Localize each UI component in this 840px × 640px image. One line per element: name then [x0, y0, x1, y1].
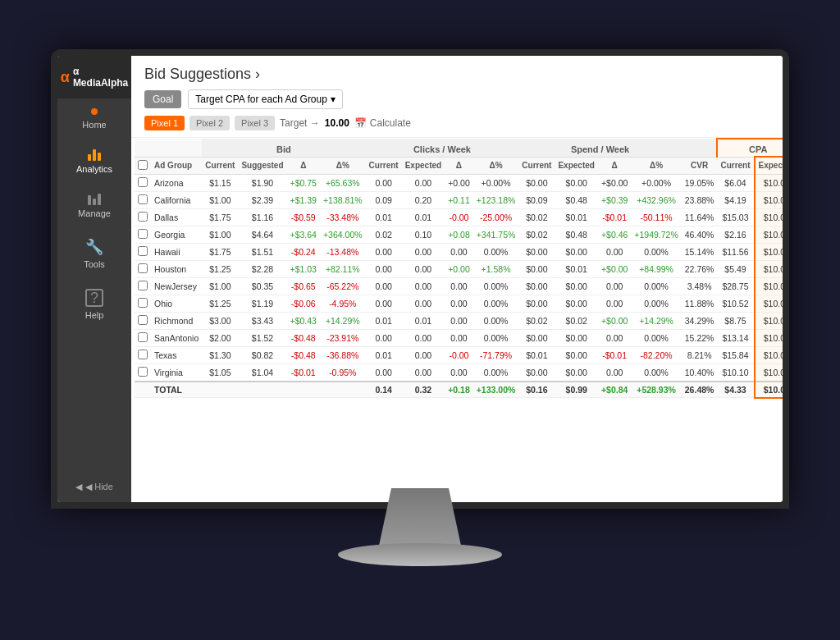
row-checkbox-cell	[135, 363, 151, 382]
row-adgroup: Texas	[151, 346, 202, 363]
th-check	[135, 157, 151, 174]
row-clk-delta: 0.00	[445, 243, 473, 260]
row-adgroup: NewJersey	[151, 277, 202, 295]
row-bid-delta: -$0.01	[287, 363, 320, 382]
total-bid-d	[287, 382, 320, 398]
total-clk-exp: 0.32	[402, 382, 445, 398]
row-checkbox[interactable]	[138, 281, 148, 290]
total-cvr: 26.48%	[682, 382, 718, 398]
row-cvr: 10.40%	[682, 363, 718, 382]
th-bid-deltapct: Δ%	[320, 157, 366, 174]
sidebar-item-tools[interactable]: 🔧 Tools	[57, 228, 131, 279]
row-bid-deltapct: -36.88%	[320, 346, 366, 363]
row-checkbox[interactable]	[138, 332, 148, 342]
row-sp-expected: $0.02	[555, 312, 597, 329]
row-cvr: 11.64%	[682, 208, 718, 226]
row-checkbox[interactable]	[138, 246, 148, 256]
row-sp-deltapct: -50.11%	[631, 208, 681, 226]
row-bid-suggested: $3.43	[238, 312, 286, 329]
select-all-checkbox[interactable]	[138, 160, 148, 170]
row-checkbox[interactable]	[138, 315, 148, 325]
row-cpa-expected: $10.00	[755, 260, 783, 277]
table-row: Richmond $3.00 $3.43 +$0.43 +14.29% 0.01…	[135, 312, 783, 329]
row-checkbox[interactable]	[138, 298, 148, 308]
row-checkbox[interactable]	[138, 194, 148, 204]
pixel-2-button[interactable]: Pixel 2	[189, 116, 230, 130]
goal-dropdown[interactable]: Target CPA for each Ad Group ▾	[188, 89, 343, 109]
row-sp-deltapct: +1949.72%	[631, 226, 681, 243]
total-clk-dp: +133.00%	[473, 382, 519, 398]
goal-dropdown-value: Target CPA for each Ad Group	[195, 94, 327, 105]
row-adgroup: Ohio	[151, 295, 202, 312]
th-sp-delta: Δ	[598, 157, 631, 174]
row-clk-expected: 0.00	[402, 329, 445, 346]
row-cpa-expected: $10.00	[755, 208, 783, 226]
th-clk-current: Current	[366, 157, 402, 174]
row-clk-current: 0.09	[366, 191, 402, 208]
row-adgroup: Dallas	[151, 208, 202, 226]
th-bid-delta: Δ	[287, 157, 320, 174]
th-cvr: CVR	[682, 157, 718, 174]
row-adgroup: California	[151, 191, 202, 208]
row-checkbox[interactable]	[138, 350, 148, 359]
row-bid-suggested: $0.82	[238, 346, 286, 363]
sidebar-item-home-label: Home	[82, 120, 106, 130]
row-clk-deltapct: -71.79%	[473, 346, 519, 363]
row-clk-expected: 0.20	[402, 191, 445, 208]
sidebar-item-analytics[interactable]: Analytics	[57, 139, 131, 184]
row-bid-current: $1.15	[202, 174, 238, 191]
row-sp-current: $0.00	[518, 260, 555, 277]
row-cpa-current: $2.16	[717, 226, 754, 243]
row-checkbox[interactable]	[138, 263, 148, 273]
hide-button[interactable]: ◀ ◀ Hide	[57, 472, 131, 502]
sidebar-item-help[interactable]: ? Help	[57, 279, 131, 330]
row-adgroup: Georgia	[151, 226, 202, 243]
row-clk-expected: 0.10	[402, 226, 445, 243]
row-checkbox[interactable]	[138, 367, 148, 377]
row-bid-current: $1.00	[202, 191, 238, 208]
row-clk-delta: -0.00	[445, 346, 473, 363]
pixel-row: Pixel 1 Pixel 2 Pixel 3 Target → 10.00 📅…	[144, 116, 769, 130]
sidebar-item-home[interactable]: Home	[57, 98, 131, 139]
monitor-stand	[379, 488, 461, 546]
row-bid-delta: -$0.59	[287, 208, 320, 226]
row-sp-delta: 0.00	[598, 277, 631, 295]
row-bid-current: $1.00	[202, 277, 238, 295]
row-sp-current: $0.00	[518, 295, 555, 312]
row-bid-current: $2.00	[202, 329, 238, 346]
row-checkbox-cell	[135, 208, 151, 226]
row-cvr: 3.48%	[682, 277, 718, 295]
th-bid-current: Current	[202, 157, 238, 174]
row-checkbox[interactable]	[138, 212, 148, 222]
table-container: Bid Clicks / Week Spend / Week CPA Ad Gr…	[131, 138, 783, 502]
total-sp-d: +$0.84	[598, 382, 631, 398]
logo-area: α α MediaAlpha	[57, 56, 131, 98]
row-clk-expected: 0.01	[402, 208, 445, 226]
row-checkbox[interactable]	[138, 177, 148, 187]
th-bid-suggested: Suggested	[238, 157, 286, 174]
row-bid-suggested: $2.28	[238, 260, 286, 277]
row-sp-deltapct: 0.00%	[631, 329, 681, 346]
sidebar-item-manage[interactable]: Manage	[57, 184, 131, 228]
pixel-3-button[interactable]: Pixel 3	[235, 116, 275, 130]
pixel-1-button[interactable]: Pixel 1	[144, 116, 185, 130]
row-bid-deltapct: -13.48%	[320, 243, 366, 260]
row-bid-deltapct: +14.29%	[320, 312, 366, 329]
row-cpa-expected: $10.00	[755, 346, 783, 363]
total-sp-exp: $0.99	[555, 382, 597, 398]
row-checkbox[interactable]	[138, 229, 148, 239]
row-clk-delta: +0.00	[445, 260, 473, 277]
manage-icon	[88, 194, 101, 205]
row-bid-current: $1.30	[202, 346, 238, 363]
row-clk-delta: -0.00	[445, 208, 473, 226]
row-bid-deltapct: -4.95%	[320, 295, 366, 312]
col-checkbox	[135, 139, 151, 157]
row-sp-delta: +$0.00	[598, 174, 631, 191]
th-clk-deltapct: Δ%	[473, 157, 519, 174]
row-clk-current: 0.00	[366, 277, 402, 295]
calculate-button[interactable]: 📅 Calculate	[354, 117, 411, 129]
goal-button[interactable]: Goal	[144, 90, 181, 108]
row-checkbox-cell	[135, 191, 151, 208]
row-bid-delta: -$0.24	[287, 243, 320, 260]
row-bid-suggested: $1.16	[238, 208, 286, 226]
